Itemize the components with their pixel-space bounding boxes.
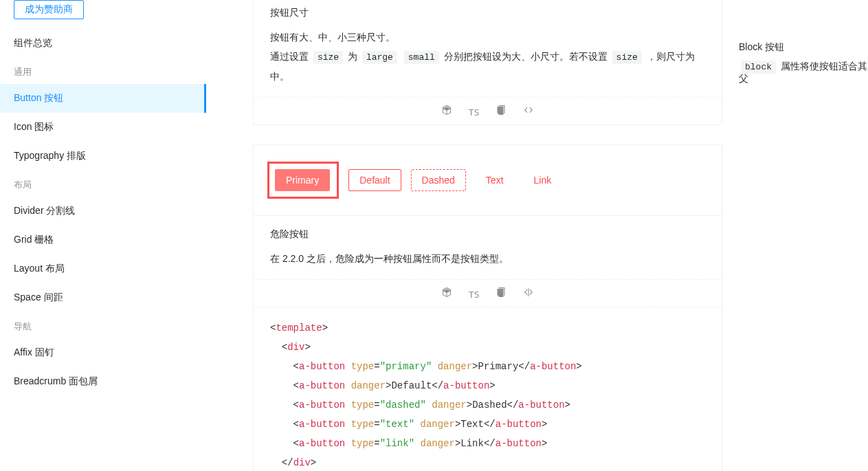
code-tag: template <box>276 322 322 333</box>
code-tag: div <box>293 457 311 468</box>
size-card-desc: 按钮尺寸 按钮有大、中、小三种尺寸。 通过设置 size 为 large sma… <box>254 0 722 97</box>
size-card-actions: TS <box>254 97 722 124</box>
size-card-title: 按钮尺寸 <box>270 7 309 19</box>
menu-item-typography[interactable]: Typography 排版 <box>0 142 206 171</box>
code-tag: a-button <box>299 399 345 410</box>
danger-card-title: 危险按钮 <box>270 228 309 241</box>
danger-demo-box: Primary Default Dashed Text Link <box>254 145 722 215</box>
menu-item-space[interactable]: Space 间距 <box>0 283 206 312</box>
code-val: primary <box>386 361 426 372</box>
code-text: Text <box>460 419 484 430</box>
size-para2-mid2: 分别把按钮设为大、小尺寸。若不设置 <box>441 51 610 62</box>
menu-group-nav: 导航 <box>0 312 206 338</box>
copy-icon[interactable] <box>496 287 507 298</box>
danger-code-block: <template> <div> <a-button type="primary… <box>254 307 722 471</box>
collapse-code-icon[interactable] <box>523 287 534 298</box>
code-large: large <box>362 51 397 64</box>
code-attr: type <box>351 419 375 430</box>
code-val: text <box>386 419 409 430</box>
danger-card-para: 在 2.2.0 之后，危险成为一种按钮属性而不是按钮类型。 <box>270 249 705 268</box>
code-attr: danger <box>420 419 454 430</box>
code-attr: type <box>351 399 375 410</box>
menu-item-breadcrumb[interactable]: Breadcrumb 面包屑 <box>0 367 206 396</box>
code-tag: a-button <box>299 380 345 391</box>
ts-toggle[interactable]: TS <box>469 289 480 300</box>
sidebar: 成为赞助商 组件总览 通用 Button 按钮 Icon 图标 Typograp… <box>0 0 206 471</box>
code-tag: a-button <box>299 438 345 449</box>
code-tag: a-button <box>443 380 489 391</box>
danger-primary-button[interactable]: Primary <box>275 169 330 191</box>
anchor-nav: Block 按钮 block 属性将使按钮适合其父 <box>731 0 868 471</box>
menu-group-general: 通用 <box>0 58 206 84</box>
code-small: small <box>404 51 439 64</box>
danger-default-button[interactable]: Default <box>348 169 401 191</box>
code-size2: size <box>612 51 642 64</box>
code-attr: type <box>351 361 375 372</box>
copy-icon[interactable] <box>496 105 507 116</box>
code-size: size <box>313 51 343 64</box>
menu-item-button[interactable]: Button 按钮 <box>0 84 206 113</box>
danger-demo-card: Primary Default Dashed Text Link 危险按钮 在 … <box>253 144 722 471</box>
size-para2-prefix: 通过设置 <box>270 51 311 62</box>
code-tag: a-button <box>299 361 345 372</box>
menu-group-layout: 布局 <box>0 171 206 197</box>
danger-card-desc: 危险按钮 在 2.2.0 之后，危险成为一种按钮属性而不是按钮类型。 <box>254 215 722 279</box>
code-val: link <box>386 438 409 449</box>
code-tag: a-button <box>299 419 345 430</box>
anchor-code: block <box>741 61 776 74</box>
code-tag: a-button <box>496 419 542 430</box>
code-tag: a-button <box>496 438 542 449</box>
size-para2: 通过设置 size 为 large small 分别把按钮设为大、小尺寸。若不设… <box>270 47 705 86</box>
danger-link-button[interactable]: Link <box>524 169 562 191</box>
sponsor-wrap: 成为赞助商 <box>0 0 206 29</box>
menu-item-divider[interactable]: Divider 分割线 <box>0 197 206 226</box>
code-tag: a-button <box>518 399 564 410</box>
menu-item-affix[interactable]: Affix 固钉 <box>0 338 206 367</box>
size-para2-mid1: 为 <box>345 51 360 62</box>
code-text: Default <box>391 380 432 391</box>
code-attr: danger <box>351 380 386 391</box>
anchor-text: block 属性将使按钮适合其父 <box>739 61 868 85</box>
code-attr: danger <box>420 438 454 449</box>
ts-toggle[interactable]: TS <box>469 107 480 118</box>
menu-item-layout[interactable]: Layout 布局 <box>0 254 206 283</box>
menu-overview[interactable]: 组件总览 <box>0 29 206 58</box>
danger-card-actions: TS <box>254 279 722 307</box>
primary-highlight: Primary <box>267 162 339 199</box>
sponsor-button[interactable]: 成为赞助商 <box>14 0 84 19</box>
expand-code-icon[interactable] <box>523 105 534 116</box>
code-text: Primary <box>478 361 519 372</box>
code-val: dashed <box>386 399 420 410</box>
code-attr: danger <box>438 361 472 372</box>
main-content: 按钮尺寸 按钮有大、中、小三种尺寸。 通过设置 size 为 large sma… <box>206 0 731 471</box>
size-para1: 按钮有大、中、小三种尺寸。 <box>270 28 705 47</box>
menu-item-icon[interactable]: Icon 图标 <box>0 113 206 142</box>
codesandbox-icon[interactable] <box>441 287 452 298</box>
code-attr: type <box>351 438 375 449</box>
menu-item-grid[interactable]: Grid 栅格 <box>0 226 206 254</box>
size-demo-card: 按钮尺寸 按钮有大、中、小三种尺寸。 通过设置 size 为 large sma… <box>253 0 722 125</box>
code-attr: danger <box>432 399 466 410</box>
code-text: Link <box>460 438 484 449</box>
code-text: Dashed <box>472 399 507 410</box>
danger-text-button[interactable]: Text <box>476 169 514 191</box>
danger-dashed-button[interactable]: Dashed <box>411 169 466 191</box>
codesandbox-icon[interactable] <box>441 105 452 116</box>
code-tag: a-button <box>530 361 576 372</box>
anchor-title[interactable]: Block 按钮 <box>739 41 868 54</box>
code-tag: div <box>287 342 304 353</box>
